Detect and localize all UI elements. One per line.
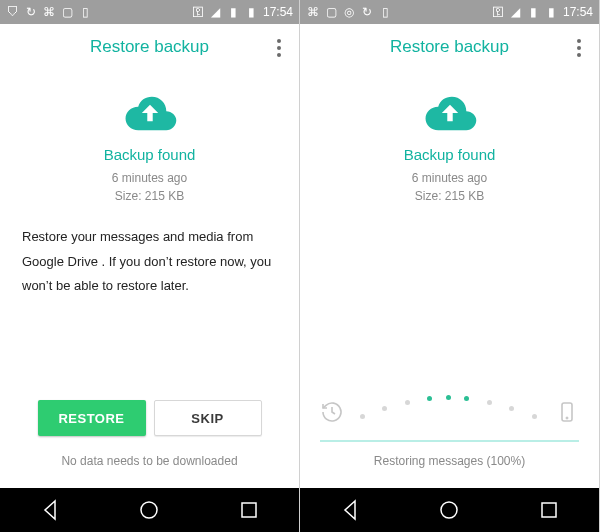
app-bar: Restore backup: [0, 24, 299, 70]
page-title: Restore backup: [390, 37, 509, 57]
wifi-icon: ◢: [509, 5, 523, 19]
backup-found-label: Backup found: [404, 146, 496, 163]
device-icon: ▯: [378, 5, 392, 19]
clock: 17:54: [563, 5, 593, 19]
backup-time: 6 minutes ago: [412, 169, 487, 187]
key-icon: ⚿: [191, 5, 205, 19]
svg-rect-5: [542, 503, 556, 517]
nav-recent-button[interactable]: [537, 498, 561, 522]
phone-icon: [555, 400, 579, 428]
cloud-upload-icon: [121, 92, 179, 134]
nav-bar: [0, 488, 299, 532]
image-icon: ▢: [60, 5, 74, 19]
status-bar: ⌘ ▢ ◎ ↻ ▯ ⚿ ◢ ▮ ▮ 17:54: [300, 0, 599, 24]
nav-home-button[interactable]: [137, 498, 161, 522]
status-right-icons: ⚿ ◢ ▮ ▮ 17:54: [191, 5, 293, 19]
nav-bar: [300, 488, 599, 532]
backup-size: Size: 215 KB: [112, 187, 187, 205]
battery-icon: ▮: [245, 5, 259, 19]
status-left-icons: ⌘ ▢ ◎ ↻ ▯: [306, 5, 392, 19]
sync-icon: ↻: [360, 5, 374, 19]
nav-back-button[interactable]: [38, 498, 62, 522]
transfer-animation: [320, 392, 579, 436]
restore-button[interactable]: RESTORE: [38, 400, 146, 436]
status-right-icons: ⚿ ◢ ▮ ▮ 17:54: [491, 5, 593, 19]
svg-point-4: [441, 502, 457, 518]
restore-status-text: Restoring messages (100%): [300, 454, 599, 468]
skip-button[interactable]: SKIP: [154, 400, 262, 436]
button-row: RESTORE SKIP: [0, 400, 299, 436]
app-bar: Restore backup: [300, 24, 599, 70]
restore-description: Restore your messages and media from Goo…: [22, 225, 277, 299]
chat-icon: ⌘: [42, 5, 56, 19]
backup-size: Size: 215 KB: [412, 187, 487, 205]
wifi-icon: ◢: [209, 5, 223, 19]
svg-point-0: [141, 502, 157, 518]
progress-dots: [356, 392, 543, 424]
status-left-icons: ⛉ ↻ ⌘ ▢ ▯: [6, 5, 92, 19]
cloud-upload-icon: [421, 92, 479, 134]
location-icon: ◎: [342, 5, 356, 19]
progress-bar: [320, 440, 579, 442]
status-bar: ⛉ ↻ ⌘ ▢ ▯ ⚿ ◢ ▮ ▮ 17:54: [0, 0, 299, 24]
svg-point-3: [566, 417, 568, 419]
overflow-menu-button[interactable]: [269, 36, 289, 60]
page-title: Restore backup: [90, 37, 209, 57]
device-icon: ▯: [78, 5, 92, 19]
signal-icon: ▮: [227, 5, 241, 19]
backup-time: 6 minutes ago: [112, 169, 187, 187]
key-icon: ⚿: [491, 5, 505, 19]
screen-restore-prompt: ⛉ ↻ ⌘ ▢ ▯ ⚿ ◢ ▮ ▮ 17:54 Restore backup B…: [0, 0, 300, 532]
signal-icon: ▮: [527, 5, 541, 19]
backup-found-label: Backup found: [104, 146, 196, 163]
shield-icon: ⛉: [6, 5, 20, 19]
backup-meta: 6 minutes ago Size: 215 KB: [112, 169, 187, 205]
sync-icon: ↻: [24, 5, 38, 19]
history-icon: [320, 400, 344, 428]
image-icon: ▢: [324, 5, 338, 19]
nav-recent-button[interactable]: [237, 498, 261, 522]
nav-home-button[interactable]: [437, 498, 461, 522]
footer-note: No data needs to be downloaded: [0, 454, 299, 468]
clock: 17:54: [263, 5, 293, 19]
progress-area: [320, 392, 579, 442]
screen-restore-progress: ⌘ ▢ ◎ ↻ ▯ ⚿ ◢ ▮ ▮ 17:54 Restore backup B…: [300, 0, 600, 532]
svg-rect-1: [242, 503, 256, 517]
chat-icon: ⌘: [306, 5, 320, 19]
nav-back-button[interactable]: [338, 498, 362, 522]
overflow-menu-button[interactable]: [569, 36, 589, 60]
backup-meta: 6 minutes ago Size: 215 KB: [412, 169, 487, 205]
battery-icon: ▮: [545, 5, 559, 19]
